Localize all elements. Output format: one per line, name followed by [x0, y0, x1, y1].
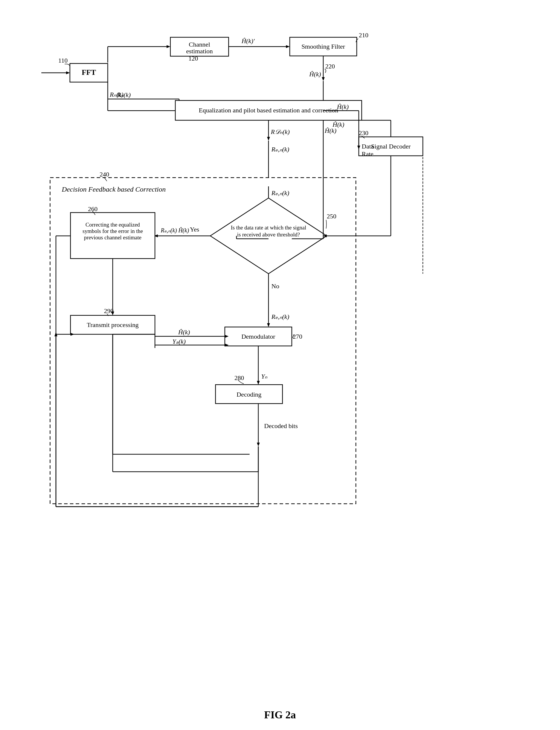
smoothing-filter-label: Smoothing Filter [301, 43, 345, 50]
channel-estimation-label-2: estimation [186, 47, 213, 55]
h-hat-k-prime-label: Ĥ(k)' [241, 37, 255, 45]
no-label: No [271, 282, 279, 290]
ref-240: 240 [100, 171, 109, 178]
h-hat-k-to-demod: Ĥ(k) [178, 328, 190, 336]
ref-270: 270 [293, 333, 302, 340]
diamond-label-1: Is the data rate at which the signal [231, 225, 306, 231]
fft-label: FFT [82, 68, 96, 77]
ref-250: 250 [327, 213, 336, 220]
transmit-processing-label: Transmit processing [86, 321, 138, 328]
ref-110: 110 [58, 57, 68, 64]
data-rate-label-2: Rate [362, 150, 373, 158]
h-hat-equalization: Ĥ(k) [332, 121, 344, 128]
rp-k-label-2: Rₙ(k) [117, 91, 131, 98]
diagram-container: FFT 110 Channel estimation 120 Ĥ(k)' Smo… [33, 12, 528, 697]
svg-marker-1 [66, 71, 70, 74]
re-n-k-label-1: R𝒟ₙ(k) [271, 128, 290, 135]
channel-estimation-label-1: Channel [189, 41, 210, 48]
yn-label: Yₙ [261, 373, 267, 380]
re-n-k-no-path: Rₑ,ₙ(k) [271, 313, 289, 320]
equalization-label: Equalization and pilot based estimation … [199, 107, 338, 114]
correcting-label-2: symbols for the error in the [82, 228, 143, 234]
correcting-label-3: previous channel estimate [84, 234, 141, 241]
h-hat-k-label-2: Ĥ(k) [337, 103, 349, 110]
svg-marker-6 [286, 45, 290, 48]
ref-120: 120 [188, 55, 198, 62]
data-rate-label-1: Data [362, 143, 374, 150]
svg-marker-4 [167, 45, 170, 48]
signal-decoder-label: Signal Decoder [371, 143, 411, 150]
decision-feedback-label: Decision Feedback based Correction [61, 185, 166, 193]
svg-marker-8 [322, 77, 325, 81]
svg-marker-18 [267, 137, 270, 141]
ref-280: 280 [234, 374, 244, 381]
ref-230: 230 [359, 129, 368, 137]
ref-290: 290 [104, 307, 114, 314]
re-n-k-into-diamond: Rₑ,ₙ(k) [271, 189, 289, 197]
re-n-k-h-hat-yes: Rₑ,ₙ(k) Ĥ(k) [160, 227, 189, 234]
decoded-bits-label: Decoded bits [264, 422, 298, 429]
h-hat-k-label-1: Ĥ(k) [309, 70, 321, 78]
figure-caption: FIG 2a [264, 709, 296, 721]
main-diagram: FFT 110 Channel estimation 120 Ĥ(k)' Smo… [33, 12, 528, 696]
re-n-k-label-equalization: Rₑ,ₙ(k) [271, 146, 289, 153]
decoding-label: Decoding [236, 391, 262, 398]
ref-220: 220 [325, 63, 335, 70]
demodulator-label: Demodulator [241, 333, 275, 340]
correcting-label-1: Correcting the equalized [85, 222, 140, 228]
ref-210: 210 [359, 31, 368, 39]
diamond-label-2: is received above threshold? [237, 231, 300, 238]
ya-k-label: Yₐ(k) [172, 338, 186, 345]
yes-label: Yes [190, 226, 199, 233]
